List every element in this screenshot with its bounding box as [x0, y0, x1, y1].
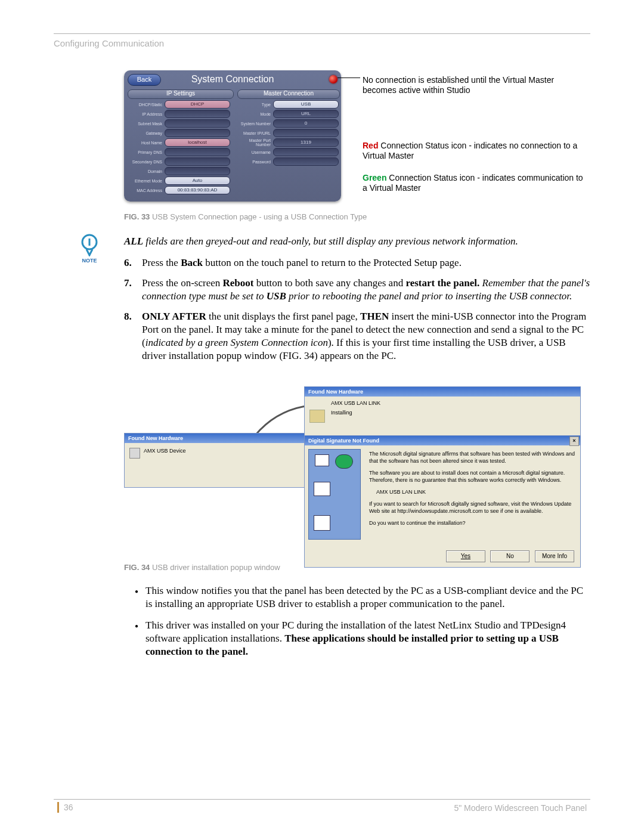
field-row: Subnet Mask	[126, 119, 230, 127]
found-new-hardware-balloon-1: Found New Hardware AMX USB Device	[124, 433, 305, 488]
connection-status-icon	[329, 75, 338, 83]
field-value[interactable]: Auto	[165, 176, 230, 185]
system-connection-panel: Back System Connection IP Settings Maste…	[124, 70, 341, 202]
field-value[interactable]	[165, 119, 230, 128]
dsn-device: AMX USB LAN LINK	[376, 488, 575, 496]
field-value[interactable]: 1319	[273, 138, 339, 147]
field-label: IP Address	[126, 112, 162, 116]
fnh2-title: Found New Hardware	[305, 387, 580, 397]
step-6: 6.Press the Back button on the touch pan…	[124, 256, 590, 270]
found-new-hardware-balloon-2: Found New Hardware AMX USB LAN LINK Inst…	[304, 386, 581, 440]
field-value[interactable]: DHCP	[165, 100, 230, 109]
dsn-p2: The software you are about to install do…	[369, 469, 575, 484]
field-row: Master Port Number1319	[235, 138, 339, 146]
fnh1-title: Found New Hardware	[125, 433, 305, 443]
fnh1-device: AMX USB Device	[144, 448, 186, 454]
manual-title: 5" Modero Widescreen Touch Panel	[454, 803, 587, 813]
field-value[interactable]	[273, 148, 339, 156]
field-label: Host Name	[126, 141, 162, 145]
device-icon	[309, 410, 325, 423]
callout-green: Green Connection Status icon - indicates…	[363, 173, 589, 193]
figure-34-caption: FIG. 34 USB driver installation popup wi…	[124, 563, 280, 572]
more-info-button[interactable]: More Info	[535, 550, 574, 562]
no-button[interactable]: No	[490, 550, 530, 562]
field-label: Domain	[126, 169, 162, 174]
field-value[interactable]	[165, 167, 230, 175]
field-row: Domain	[126, 167, 230, 175]
close-icon[interactable]: ×	[569, 436, 579, 446]
field-row: ModeURL	[235, 110, 339, 117]
page-number: 36	[57, 802, 73, 813]
field-label: Ethernet Mode	[126, 179, 162, 183]
field-row: TypeUSB	[235, 100, 339, 108]
field-value[interactable]	[273, 157, 339, 166]
yes-button[interactable]: Yes	[446, 550, 485, 562]
field-label: System Number	[235, 122, 271, 126]
field-value[interactable]: URL	[273, 110, 339, 118]
field-label: Gateway	[126, 131, 162, 135]
field-value[interactable]	[165, 148, 230, 156]
field-value[interactable]: 00:83:83:90:83:AD	[165, 186, 230, 194]
field-value[interactable]: USB	[273, 100, 339, 109]
master-connection-header: Master Connection	[237, 89, 340, 99]
bullet-list: This window notifies you that the panel …	[124, 580, 590, 667]
field-value[interactable]: 0	[273, 119, 339, 128]
callout-line	[338, 78, 360, 78]
fnh2-status: Installing	[331, 410, 577, 416]
field-row: Password	[235, 157, 339, 165]
dsn-p1: The Microsoft digital signature affirms …	[369, 450, 575, 465]
field-label: Password	[235, 160, 271, 164]
bullet-1: This window notifies you that the panel …	[124, 584, 590, 611]
device-icon	[129, 448, 140, 459]
field-row: Gateway	[126, 129, 230, 137]
callout-no-connection: No connection is established until the V…	[363, 75, 589, 95]
field-row: DHCP/StaticDHCP	[126, 100, 230, 108]
field-row: MAC Address00:83:83:90:83:AD	[126, 186, 230, 194]
fnh2-device: AMX USB LAN LINK	[331, 400, 577, 406]
field-label: Username	[235, 150, 271, 154]
field-label: Type	[235, 103, 271, 107]
field-row: System Number0	[235, 119, 339, 127]
field-label: Master Port Number	[235, 138, 271, 147]
digital-signature-dialog: Digital Signature Not Found × The Micros…	[304, 435, 581, 568]
field-value[interactable]: localhost	[165, 138, 230, 147]
body-text: ALL fields are then greyed-out and read-…	[124, 235, 590, 370]
wizard-graphic	[308, 449, 361, 540]
bullet-2: This driver was installed on your PC dur…	[124, 619, 590, 658]
step-7: 7.Press the on-screen Reboot button to b…	[124, 277, 590, 303]
figure-33: Back System Connection IP Settings Maste…	[124, 70, 583, 202]
field-value[interactable]	[165, 129, 230, 137]
dsn-title: Digital Signature Not Found ×	[305, 436, 580, 445]
field-row: Primary DNS	[126, 148, 230, 156]
footer-rule	[54, 799, 590, 800]
step-8: 8.ONLY AFTER the unit displays the first…	[124, 310, 590, 363]
note-icon: NOTE	[78, 234, 101, 264]
field-label: Subnet Mask	[126, 122, 162, 126]
field-value[interactable]	[165, 110, 230, 118]
field-row: Ethernet ModeAuto	[126, 176, 230, 184]
field-row: Secondary DNS	[126, 157, 230, 165]
field-label: DHCP/Static	[126, 103, 162, 107]
field-row: Master IP/URL	[235, 129, 339, 137]
dsn-question: Do you want to continue the installation…	[369, 519, 575, 527]
green-label: Green	[363, 173, 386, 182]
red-label: Red	[363, 141, 378, 150]
field-label: Master IP/URL	[235, 131, 271, 135]
callout-red: Red Connection Status icon - indicates n…	[363, 141, 589, 161]
field-label: Primary DNS	[126, 150, 162, 154]
note-label: NOTE	[78, 258, 101, 264]
field-value[interactable]	[165, 157, 230, 166]
back-button[interactable]: Back	[128, 74, 161, 86]
dsn-p3: If you want to search for Microsoft digi…	[369, 500, 575, 515]
header-rule	[54, 33, 590, 34]
field-label: Secondary DNS	[126, 160, 162, 164]
field-row: Username	[235, 148, 339, 156]
ip-settings-header: IP Settings	[128, 89, 234, 99]
field-label: Mode	[235, 112, 271, 116]
field-row: IP Address	[126, 110, 230, 117]
chapter-title: Configuring Communication	[54, 38, 164, 48]
panel-title: System Connection	[191, 74, 274, 85]
field-row: Host Namelocalhost	[126, 138, 230, 146]
field-value[interactable]	[273, 129, 339, 137]
field-label: MAC Address	[126, 188, 162, 193]
